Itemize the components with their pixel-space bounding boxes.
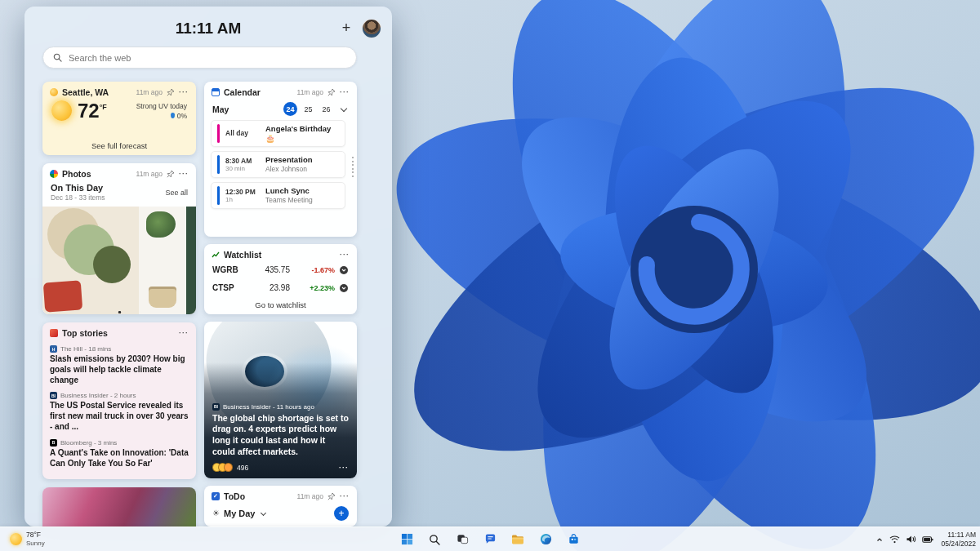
event-subtitle: Teams Meeting [265, 196, 339, 205]
more-options-icon[interactable]: ··· [179, 170, 189, 178]
stock-expand-icon[interactable] [339, 265, 349, 275]
news-story[interactable]: B Bloomberg - 3 mins A Quant's Take on I… [50, 434, 189, 471]
wifi-icon[interactable] [889, 535, 900, 544]
calendar-event[interactable]: All day Angela's Birthday 🎂 [211, 120, 345, 147]
reactions-icon[interactable] [212, 463, 233, 472]
battery-icon[interactable] [922, 535, 933, 544]
event-title: Presentation [265, 155, 339, 165]
photos-icon [50, 170, 58, 178]
stock-row[interactable]: CTSP 23.98 +2.23% [212, 280, 349, 295]
scroll-indicator[interactable] [352, 157, 354, 177]
story-headline[interactable]: A Quant's Take on Innovation: 'Data Can … [50, 448, 189, 469]
pin-icon[interactable] [327, 88, 336, 96]
watchlist-widget[interactable]: Watchlist ··· WGRB 435.75 -1.67% CTSP 23… [204, 244, 357, 314]
photo-widget-partial[interactable] [42, 487, 196, 527]
chat-button[interactable] [479, 529, 501, 550]
photos-age: 11m ago [136, 170, 163, 178]
pin-icon[interactable] [327, 492, 336, 500]
pin-icon[interactable] [167, 88, 175, 96]
calendar-event[interactable]: 8:30 AM 30 min Presentation Alex Johnson [211, 151, 345, 178]
stock-expand-icon[interactable] [339, 283, 349, 293]
tray-clock[interactable]: 11:11 AM 05/24/2022 [939, 531, 976, 548]
sun-icon [51, 100, 72, 121]
search-placeholder: Search the web [69, 53, 131, 63]
stock-symbol: WGRB [212, 265, 243, 274]
top-stories-icon [50, 329, 58, 337]
weather-details: Strong UV today 0% [136, 102, 187, 120]
event-time: 8:30 AM [225, 157, 260, 165]
my-day-label[interactable]: My Day [224, 509, 256, 518]
todo-widget[interactable]: ✓ ToDo 11m ago ··· ☀ My Day + [204, 486, 357, 527]
weather-condition: Strong UV today [136, 102, 187, 110]
photos-widget[interactable]: Photos 11m ago ··· On This Day Dec 18 - … [42, 163, 196, 314]
calendar-month: May [212, 104, 229, 114]
chevron-down-icon[interactable] [341, 104, 347, 111]
event-color-bar [217, 186, 220, 205]
top-stories-widget[interactable]: Top stories ··· H The Hill - 18 mins Sla… [42, 322, 196, 479]
story-headline[interactable]: The US Postal Service revealed its first… [50, 401, 189, 432]
taskbar: 78°F Sunny [0, 527, 980, 551]
search-bar[interactable]: Search the web [42, 47, 357, 69]
news-image-widget[interactable]: BI Business Insider - 11 hours ago The g… [204, 322, 357, 478]
add-widget-button[interactable]: + [336, 18, 356, 38]
see-full-forecast-link[interactable]: See full forecast [42, 138, 196, 155]
my-day-sun-icon: ☀ [212, 509, 220, 518]
todo-icon: ✓ [212, 492, 220, 500]
story-headline[interactable]: Slash emissions by 2030? How big goals w… [50, 354, 189, 385]
weather-location: Seattle, WA [62, 87, 132, 97]
taskbar-weather-widget[interactable]: 78°F Sunny [5, 527, 50, 551]
more-options-icon[interactable]: ··· [179, 329, 189, 337]
taskbar-sun-icon [10, 533, 22, 545]
weather-age: 11m ago [136, 88, 163, 96]
photos-meta: Dec 18 - 33 items [51, 193, 105, 202]
source-logo-business-insider: BI [50, 392, 57, 399]
news-story[interactable]: H The Hill - 18 mins Slash emissions by … [50, 340, 189, 387]
story-meta: The Hill - 18 mins [60, 345, 111, 353]
chevron-down-icon[interactable] [260, 509, 265, 515]
edge-button[interactable] [535, 529, 556, 550]
add-task-button[interactable]: + [334, 506, 349, 521]
store-button[interactable] [563, 529, 584, 550]
more-options-icon[interactable]: ··· [340, 88, 350, 96]
day-chip-selected[interactable]: 24 [283, 102, 297, 116]
user-avatar[interactable] [362, 19, 381, 38]
more-options-icon[interactable]: ··· [179, 88, 189, 96]
day-chip[interactable]: 26 [319, 102, 333, 116]
system-tray: 11:11 AM 05/24/2022 [875, 527, 976, 551]
news-story[interactable]: BI Business Insider - 2 hours The US Pos… [50, 387, 189, 433]
volume-icon[interactable] [906, 535, 916, 544]
stock-symbol: CTSP [212, 283, 243, 292]
go-to-watchlist-link[interactable]: Go to watchlist [204, 296, 357, 314]
tray-chevron-icon[interactable] [875, 535, 884, 544]
start-button[interactable] [396, 529, 417, 550]
on-this-day-heading: On This Day [51, 183, 105, 193]
news-headline[interactable]: The global chip shortage is set to drag … [212, 413, 349, 458]
see-all-link[interactable]: See all [165, 189, 188, 197]
watchlist-title: Watchlist [224, 250, 336, 260]
stock-change: +2.23% [294, 284, 335, 292]
event-title: Angela's Birthday 🎂 [265, 124, 339, 144]
more-options-icon[interactable]: ··· [340, 492, 350, 500]
temperature-value: 72 [78, 101, 100, 121]
more-options-icon[interactable]: ··· [340, 251, 350, 259]
photos-title: Photos [62, 169, 132, 179]
stock-row[interactable]: WGRB 435.75 -1.67% [212, 262, 349, 278]
file-explorer-button[interactable] [507, 529, 528, 550]
droplet-icon [171, 113, 175, 118]
more-options-icon[interactable]: ··· [339, 464, 349, 472]
event-title: Lunch Sync [265, 186, 339, 196]
calendar-event[interactable]: 12:30 PM 1h Lunch Sync Teams Meeting [211, 182, 345, 209]
task-view-button[interactable] [452, 529, 473, 550]
todo-title: ToDo [224, 491, 293, 501]
event-duration: 30 min [225, 165, 260, 173]
photo-collage[interactable] [42, 207, 196, 314]
source-logo-business-insider: BI [212, 403, 220, 411]
weather-widget[interactable]: Seattle, WA 11m ago ··· 72 °F Strong UV … [42, 82, 196, 155]
precipitation-value: 0% [177, 112, 187, 120]
calendar-widget[interactable]: Calendar 11m ago ··· May 24 25 26 [204, 82, 357, 237]
desktop: 11:11 AM + Search the web Seattle, WA 11… [0, 0, 980, 551]
stock-price: 23.98 [247, 283, 290, 292]
day-chip[interactable]: 25 [301, 102, 315, 116]
pin-icon[interactable] [167, 170, 175, 178]
search-button[interactable] [424, 529, 445, 550]
